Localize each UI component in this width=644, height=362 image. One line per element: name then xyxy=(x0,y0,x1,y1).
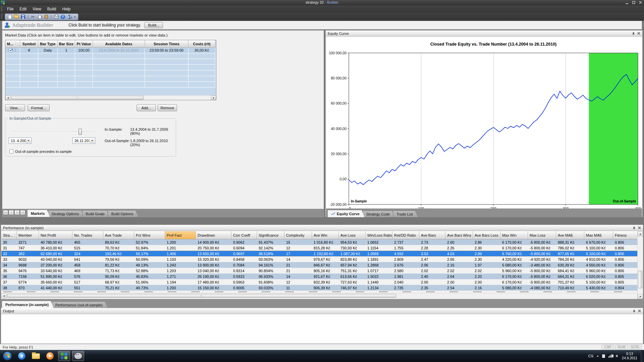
market-checkbox-icon[interactable] xyxy=(9,48,13,52)
copy-icon[interactable] xyxy=(37,14,43,20)
help-icon[interactable]: ? xyxy=(60,14,66,20)
table-row[interactable]: 34968837 200,00 Kč45881,22 Kč49.13%1.243… xyxy=(1,262,643,268)
tab-build-goals[interactable]: Build Goals xyxy=(82,210,110,217)
print-icon[interactable] xyxy=(53,14,59,20)
close-panel-icon[interactable] xyxy=(637,226,642,230)
build-button[interactable]: Build... xyxy=(144,22,163,28)
perf-col-avebarsloss[interactable]: Ave Bars Loss xyxy=(473,231,500,239)
performance-vscrollbar[interactable] xyxy=(637,231,643,299)
table-row[interactable]: 35947633 640,00 Kč46971,73 Kč52.88%1.203… xyxy=(1,268,643,274)
perf-col-avetrade[interactable]: Ave Trade xyxy=(103,231,134,239)
tab-scroll-last-icon[interactable]: >| xyxy=(20,210,25,215)
menu-edit[interactable]: Edit xyxy=(16,6,30,12)
tab-scroll-prev-icon[interactable]: < xyxy=(9,210,14,215)
volume-icon[interactable] xyxy=(615,355,618,357)
scroll-left-icon[interactable] xyxy=(1,293,6,298)
taskbar-ie-icon[interactable]: e xyxy=(16,351,28,361)
view-button[interactable]: View... xyxy=(5,104,25,111)
menu-help[interactable]: Help xyxy=(59,6,74,12)
scroll-thumb[interactable] xyxy=(638,271,642,288)
table-row[interactable]: 3174736 410,00 Kč51570,70 Kč51.84%1.2012… xyxy=(1,245,643,251)
scroll-right-icon[interactable] xyxy=(211,96,216,100)
scroll-left-icon[interactable] xyxy=(5,96,10,100)
perf-col-fitness[interactable]: Fitness xyxy=(613,231,640,239)
close-panel-icon[interactable] xyxy=(637,309,642,313)
show-desktop-button[interactable] xyxy=(641,350,644,362)
perf-col-corrcoeff[interactable]: Corr Coeff xyxy=(231,231,257,239)
open-file-icon[interactable] xyxy=(13,14,19,20)
close-panel-icon[interactable] xyxy=(636,31,641,36)
perf-col-maxmae[interactable]: Max MAE xyxy=(584,231,613,239)
perf-col-retddratio[interactable]: Ret/DD Ratio xyxy=(392,231,419,239)
chevron-down-icon[interactable] xyxy=(90,138,95,143)
perf-col-winlossratio[interactable]: Win/Loss Ratio xyxy=(366,231,392,239)
menu-build[interactable]: Build xyxy=(44,6,59,12)
tab-strategy-options[interactable]: Strategy Options xyxy=(48,210,84,217)
sample-split-slider[interactable] xyxy=(11,129,95,135)
tab-equity-curve[interactable]: Equity Curve xyxy=(327,210,365,217)
end-date-combo[interactable]: 26.11.2010 xyxy=(72,137,95,144)
table-row[interactable]: 3238262 680,00 Kč324193,46 Kč56.17%1.406… xyxy=(1,251,643,256)
clock[interactable]: 0:13 24.9.2011 xyxy=(622,352,637,360)
paste-icon[interactable] xyxy=(43,14,49,20)
market-col-symbol[interactable]: Symbol xyxy=(20,40,38,48)
scroll-thumb[interactable] xyxy=(7,294,396,298)
perf-col-aveloss[interactable]: Ave Loss xyxy=(339,231,366,239)
perf-col-netprofit[interactable]: Net Profit xyxy=(39,231,72,239)
close-button[interactable] xyxy=(638,1,643,4)
cut-icon[interactable]: ✂ xyxy=(30,14,36,20)
tab-markets[interactable]: Markets xyxy=(27,209,50,217)
table-row[interactable]: 3887041 440,00 Kč55175,21 Kč49.73%1.2001… xyxy=(1,285,643,291)
toolbar-overflow-icon[interactable]: ▾ xyxy=(74,15,75,18)
tab-performance--in-sample-[interactable]: Performance (in-sample) xyxy=(2,301,54,308)
taskbar-paint-icon[interactable] xyxy=(72,351,84,361)
perf-col-avemae[interactable]: Ave MAE xyxy=(556,231,584,239)
new-file-icon[interactable] xyxy=(7,14,13,20)
perf-col-member[interactable]: Member xyxy=(17,231,39,239)
perf-col-avebars[interactable]: Ave Bars xyxy=(419,231,445,239)
chevron-down-icon[interactable] xyxy=(26,138,31,143)
start-date-combo[interactable]: 13. 4.2004 xyxy=(9,137,32,144)
pin-icon[interactable] xyxy=(632,309,636,313)
tab-strategy-code[interactable]: Strategy Code xyxy=(363,210,395,217)
checkbox-icon[interactable] xyxy=(9,149,13,154)
slider-thumb[interactable] xyxy=(78,129,82,135)
format-button[interactable]: Format... xyxy=(28,104,50,111)
scroll-up-icon[interactable] xyxy=(638,231,643,236)
remove-button[interactable]: Remove xyxy=(158,104,177,111)
market-col-ptvalue[interactable]: Pt Value xyxy=(75,40,93,48)
perf-col-drawdown[interactable]: Drawdown xyxy=(196,231,231,239)
start-button[interactable] xyxy=(3,351,12,361)
tab-scroll-first-icon[interactable]: |< xyxy=(3,210,8,215)
market-row[interactable]: 1tfDaily1100,0013.4.2004 to 26.11.201023… xyxy=(5,48,216,53)
table-row[interactable]: 36715851 890,00 Kč57690,09 Kč45.83%1.271… xyxy=(1,274,643,279)
performance-hscrollbar[interactable] xyxy=(1,293,643,298)
menu-view[interactable]: View xyxy=(30,6,44,12)
perf-col-proffact[interactable]: Prof Fact xyxy=(165,231,196,239)
perf-col-notrades[interactable]: No. Trades xyxy=(72,231,103,239)
tab-performance--out-of-sample-[interactable]: Performance (out-of-sample) xyxy=(52,301,108,308)
market-data-table[interactable]: M...SymbolBar TypeBar SizePt ValueAvaila… xyxy=(5,40,216,100)
scroll-down-icon[interactable] xyxy=(638,294,643,299)
perf-col-pctwins[interactable]: Pct Wins xyxy=(134,231,165,239)
perf-col-significance[interactable]: Significance xyxy=(257,231,284,239)
perf-col-avebarswins[interactable]: Ave Bars Wins xyxy=(445,231,473,239)
taskbar-explorer-icon[interactable] xyxy=(30,351,42,361)
market-col-availabledates[interactable]: Available Dates xyxy=(93,40,145,48)
tab-build-options[interactable]: Build Options xyxy=(108,210,138,217)
language-indicator[interactable]: CS xyxy=(588,354,593,358)
taskbar-media-player-icon[interactable] xyxy=(44,351,56,361)
perf-col-stra[interactable]: Stra... xyxy=(1,231,17,239)
tab-scroll-next-icon[interactable]: > xyxy=(14,210,19,215)
table-row[interactable]: 30327140 780,00 Kč45589,63 Kč52.97%1.200… xyxy=(1,239,643,245)
context-help-icon[interactable]: k? xyxy=(66,14,72,20)
save-file-icon[interactable] xyxy=(20,14,26,20)
oos-precedes-checkbox[interactable]: Out-of-sample precedes in-sample xyxy=(9,149,72,154)
market-col-m[interactable]: M... xyxy=(5,40,20,48)
perf-col-avewin[interactable]: Ave Win xyxy=(312,231,339,239)
restore-button[interactable] xyxy=(631,1,636,4)
tab-trade-list[interactable]: Trade List xyxy=(393,210,418,217)
tray-expand-icon[interactable] xyxy=(597,355,599,357)
perf-col-maxloss[interactable]: Max Loss xyxy=(528,231,556,239)
scroll-thumb[interactable] xyxy=(11,96,144,99)
